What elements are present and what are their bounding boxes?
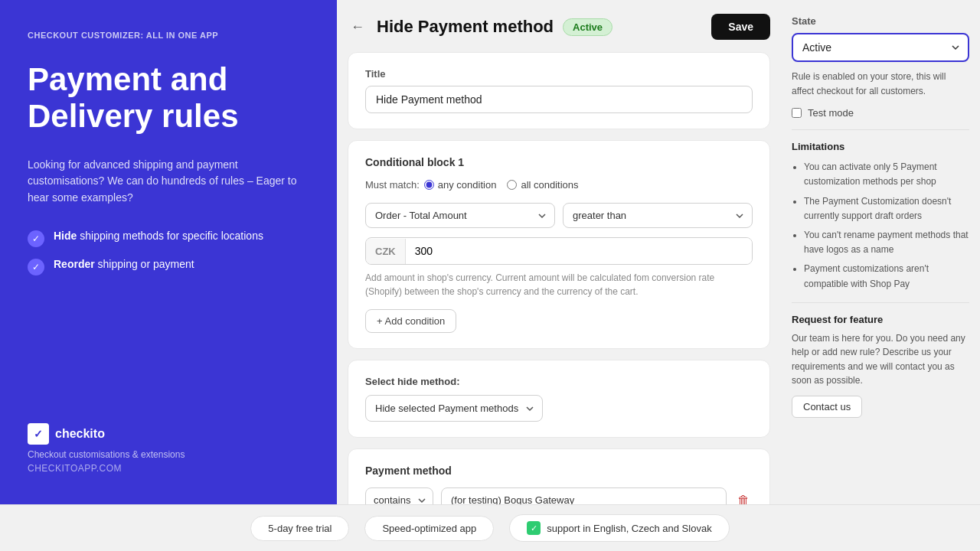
footer-pill-trial: 5-day free trial (250, 516, 349, 541)
support-check-icon: ✓ (527, 521, 541, 535)
must-match-label: Must match: (365, 179, 420, 191)
logo-area: ✓ checkito (28, 423, 309, 445)
payment-method-card: Payment method contains 🗑 + Add Payment … (348, 448, 770, 504)
check-icon-1: ✓ (28, 230, 44, 247)
title-label: Title (365, 68, 753, 80)
conditional-block-card: Conditional block 1 Must match: any cond… (348, 140, 770, 349)
back-button[interactable]: ← (348, 16, 368, 38)
payment-row: contains 🗑 (365, 487, 753, 504)
condition-field-select[interactable]: Order - Total Amount (365, 203, 555, 228)
radio-group: any condition all conditions (424, 179, 579, 191)
trash-icon: 🗑 (737, 494, 750, 505)
contact-us-button[interactable]: Contact us (792, 396, 862, 418)
radio-any-condition[interactable]: any condition (424, 179, 497, 191)
contains-select[interactable]: contains (365, 487, 433, 504)
state-select[interactable]: Active (792, 33, 969, 62)
hide-method-select[interactable]: Hide selected Payment methods (365, 395, 543, 422)
must-match-row: Must match: any condition all conditions (365, 179, 753, 191)
request-description: Our team is here for you. Do you need an… (792, 331, 969, 388)
title-card: Title (348, 52, 770, 129)
page-header-left: ← Hide Payment method Active (348, 16, 612, 38)
test-mode-label[interactable]: Test mode (808, 107, 854, 119)
payment-method-title: Payment method (365, 465, 753, 477)
support-text: support in English, Czech and Slovak (547, 523, 711, 534)
logo-url: CHECKITOAPP.COM (28, 463, 309, 474)
center-scroll: ← Hide Payment method Active Save Title … (337, 0, 781, 504)
amount-input[interactable] (406, 238, 752, 264)
feature-item-reorder: ✓ Reorder shipping or payment (28, 258, 309, 276)
footer-pill-support: ✓ support in English, Czech and Slovak (509, 514, 729, 542)
save-button[interactable]: Save (711, 14, 770, 40)
feature-item-hide: ✓ Hide shipping methods for specific loc… (28, 230, 309, 247)
footer: 5-day free trial Speed-optimized app ✓ s… (0, 504, 980, 551)
sidebar-bottom: ✓ checkito Checkout customisations & ext… (28, 423, 309, 474)
state-label: State (792, 15, 969, 27)
content-area: ← Hide Payment method Active Save Title … (337, 0, 980, 504)
add-condition-button[interactable]: + Add condition (365, 309, 456, 333)
sidebar-heading: Payment and Delivery rules (28, 61, 309, 135)
feature-list: ✓ Hide shipping methods for specific loc… (28, 230, 309, 276)
logo-name: checkito (55, 427, 105, 441)
title-input[interactable] (365, 86, 753, 113)
hide-method-card: Select hide method: Hide selected Paymen… (348, 360, 770, 438)
select-hide-label: Select hide method: (365, 376, 753, 387)
footer-pill-speed: Speed-optimized app (364, 516, 494, 541)
test-mode-checkbox[interactable] (792, 108, 802, 118)
page-header: ← Hide Payment method Active Save (348, 14, 770, 40)
limitations-list: You can activate only 5 Payment customiz… (792, 160, 969, 292)
limitation-item-2: The Payment Customization doesn't curren… (804, 194, 969, 223)
amount-input-wrap: CZK (365, 237, 753, 265)
condition-operator-select[interactable]: greater than (563, 203, 753, 228)
status-badge: Active (563, 18, 612, 36)
request-title: Request for feature (792, 314, 969, 325)
left-sidebar: CHECKOUT CUSTOMIZER: ALL IN ONE APP Paym… (0, 0, 337, 504)
block-title: Conditional block 1 (365, 156, 753, 168)
logo-icon: ✓ (28, 423, 49, 445)
limitation-item-3: You can't rename payment methods that ha… (804, 228, 969, 257)
condition-row: Order - Total Amount greater than (365, 203, 753, 228)
limitation-item-1: You can activate only 5 Payment customiz… (804, 160, 969, 189)
limitations-title: Limitations (792, 141, 969, 152)
page-title: Hide Payment method (377, 17, 554, 37)
sidebar-description: Looking for advanced shipping and paymen… (28, 157, 309, 207)
delete-payment-button[interactable]: 🗑 (734, 491, 753, 505)
right-sidebar: State Active Rule is enabled on your sto… (781, 0, 980, 504)
currency-label: CZK (366, 239, 406, 264)
check-icon-2: ✓ (28, 259, 44, 276)
test-mode-row: Test mode (792, 107, 969, 119)
limitation-item-4: Payment customizations aren't compatible… (804, 262, 969, 291)
hint-text: Add amount in shop's currency. Current a… (365, 271, 753, 298)
logo-sub: Checkout customisations & extensions (28, 449, 309, 460)
state-description: Rule is enabled on your store, this will… (792, 70, 969, 98)
radio-all-conditions[interactable]: all conditions (507, 179, 578, 191)
payment-value-input[interactable] (441, 487, 727, 504)
app-title: CHECKOUT CUSTOMIZER: ALL IN ONE APP (28, 31, 309, 40)
